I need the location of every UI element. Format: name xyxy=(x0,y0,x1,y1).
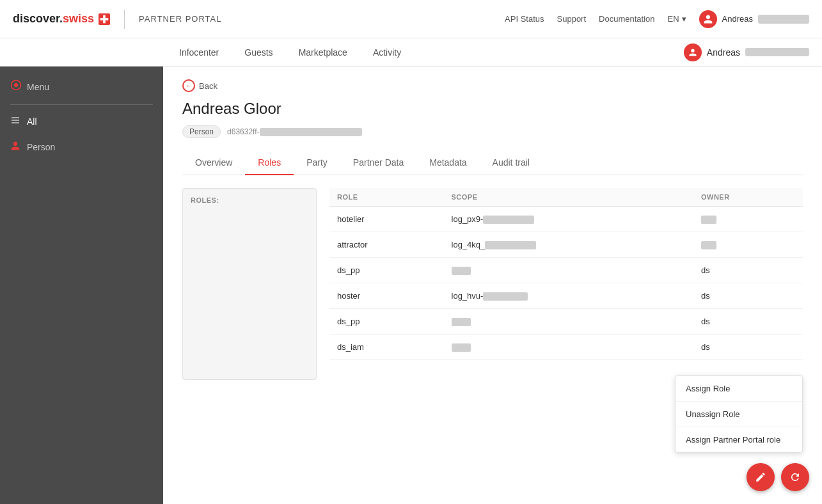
tab-audit-trail[interactable]: Audit trail xyxy=(480,151,542,175)
cell-scope xyxy=(444,335,693,360)
all-list-icon xyxy=(10,115,20,125)
page-title: Andreas Gloor xyxy=(182,100,803,118)
cell-owner: ds xyxy=(693,335,803,360)
refresh-fab[interactable] xyxy=(781,463,809,491)
cell-role: hoster xyxy=(329,283,444,309)
chevron-down-icon xyxy=(682,14,686,24)
person-svg-icon xyxy=(10,141,20,151)
menu-icon xyxy=(10,79,22,94)
sidebar-menu-header[interactable]: Menu xyxy=(0,73,163,100)
cell-role: attractor xyxy=(329,232,444,258)
cell-owner: ds xyxy=(693,283,803,309)
edit-icon xyxy=(755,471,766,483)
person-icon xyxy=(10,141,20,154)
tab-metadata[interactable]: Metadata xyxy=(416,151,479,175)
cell-role: ds_pp xyxy=(329,258,444,283)
sec-nav-username-blurred xyxy=(745,48,809,56)
tab-roles[interactable]: Roles xyxy=(245,151,294,175)
nav-infocenter[interactable]: Infocenter xyxy=(166,38,232,67)
table-header-row: ROLE SCOPE OWNER xyxy=(329,188,803,207)
col-role: ROLE xyxy=(329,188,444,207)
person-badge: Person xyxy=(182,125,221,138)
support-link[interactable]: Support xyxy=(557,14,587,24)
menu-circle-icon xyxy=(10,79,22,91)
roles-label: ROLES: xyxy=(191,196,308,204)
sidebar-item-person[interactable]: Person xyxy=(0,134,163,160)
user-name: Andreas xyxy=(722,14,753,24)
menu-label: Menu xyxy=(27,82,49,92)
list-icon xyxy=(10,115,20,128)
table-row: attractorlog_4kq_ xyxy=(329,232,803,258)
table-row: ds_iam ds xyxy=(329,335,803,360)
main-layout: Menu All Person ← Back Andreas Gloor Per… xyxy=(0,67,822,504)
nav-guests[interactable]: Guests xyxy=(232,38,285,67)
content-area: ← Back Andreas Gloor Person d63632ff- Ov… xyxy=(163,67,822,504)
tab-partner-data[interactable]: Partner Data xyxy=(340,151,416,175)
cell-scope: log_4kq_ xyxy=(444,232,693,258)
lang-selector[interactable]: EN xyxy=(668,14,686,24)
roles-table: ROLE SCOPE OWNER hotelierlog_px9- attrac… xyxy=(329,188,803,360)
logo-area: discover.swiss PARTNER PORTAL xyxy=(13,10,221,29)
sidebar: Menu All Person xyxy=(0,67,163,504)
cell-owner: ds xyxy=(693,258,803,283)
tab-overview[interactable]: Overview xyxy=(182,151,245,175)
col-scope: SCOPE xyxy=(444,188,693,207)
logo-swiss: swiss xyxy=(63,12,94,25)
cell-role: hotelier xyxy=(329,207,444,232)
sec-nav-right: Andreas xyxy=(684,43,822,61)
logo-divider xyxy=(124,10,125,29)
portal-label: PARTNER PORTAL xyxy=(139,14,221,24)
logo: discover.swiss xyxy=(13,12,110,26)
fab-area xyxy=(747,463,809,491)
nav-marketplace[interactable]: Marketplace xyxy=(286,38,360,67)
back-arrow-icon: ← xyxy=(182,79,195,92)
nav-activity[interactable]: Activity xyxy=(360,38,414,67)
roles-table-container: ROLE SCOPE OWNER hotelierlog_px9- attrac… xyxy=(329,188,803,380)
cell-owner: ds xyxy=(693,309,803,335)
col-owner: OWNER xyxy=(693,188,803,207)
badge-row: Person d63632ff- xyxy=(182,125,803,138)
sidebar-item-all[interactable]: All xyxy=(0,109,163,134)
table-body: hotelierlog_px9- attractorlog_4kq_ ds_pp… xyxy=(329,207,803,360)
header-right: API Status Support Documentation EN Andr… xyxy=(505,10,809,28)
id-prefix: d63632ff- xyxy=(227,127,260,136)
cell-owner xyxy=(693,207,803,232)
secondary-nav: Infocenter Guests Marketplace Activity A… xyxy=(0,38,822,67)
swiss-cross-icon xyxy=(99,13,110,25)
user-name-blurred xyxy=(758,15,809,24)
cell-scope xyxy=(444,258,693,283)
table-row: hosterlog_hvu- ds xyxy=(329,283,803,309)
table-row: ds_pp ds xyxy=(329,309,803,335)
context-menu-item-assign-role[interactable]: Assign Role xyxy=(676,376,802,402)
roles-layout: ROLES: ROLE SCOPE OWNER hotelierlog_px9-… xyxy=(182,188,803,380)
cell-scope: log_px9- xyxy=(444,207,693,232)
id-text: d63632ff- xyxy=(227,127,362,136)
back-label: Back xyxy=(199,81,217,91)
account-icon-small xyxy=(688,48,697,57)
header: discover.swiss PARTNER PORTAL API Status… xyxy=(0,0,822,38)
api-status-link[interactable]: API Status xyxy=(505,14,544,24)
sidebar-all-label: All xyxy=(27,116,37,127)
context-menu-item-assign-partner-portal[interactable]: Assign Partner Portal role xyxy=(676,427,802,452)
context-menu-item-unassign-role[interactable]: Unassign Role xyxy=(676,402,802,427)
table-row: hotelierlog_px9- xyxy=(329,207,803,232)
documentation-link[interactable]: Documentation xyxy=(599,14,654,24)
svg-rect-2 xyxy=(100,18,109,20)
back-link[interactable]: ← Back xyxy=(182,79,803,92)
tab-party[interactable]: Party xyxy=(294,151,340,175)
id-blurred xyxy=(260,128,362,136)
sec-nav-username: Andreas xyxy=(707,47,740,58)
edit-fab[interactable] xyxy=(747,463,775,491)
account-icon xyxy=(703,14,713,24)
roles-left-panel: ROLES: xyxy=(182,188,317,380)
table-row: ds_pp ds xyxy=(329,258,803,283)
cell-scope xyxy=(444,309,693,335)
table-head: ROLE SCOPE OWNER xyxy=(329,188,803,207)
refresh-icon xyxy=(789,471,801,483)
sidebar-divider xyxy=(10,104,153,105)
tabs: Overview Roles Party Partner Data Metada… xyxy=(182,151,803,175)
cell-owner xyxy=(693,232,803,258)
user-area: Andreas xyxy=(699,10,809,28)
avatar xyxy=(699,10,717,28)
sidebar-person-label: Person xyxy=(27,142,55,152)
